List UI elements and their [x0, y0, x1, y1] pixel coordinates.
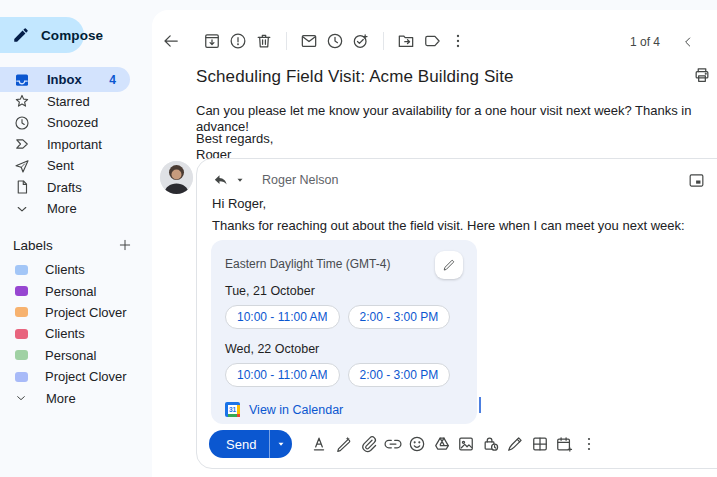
sidebar: Compose Inbox 4 Starred Snoozed — [0, 0, 152, 477]
message-pane: 1 of 4 Scheduling Field Visit: Acme Buil… — [152, 10, 717, 477]
reply-header-tools — [686, 170, 717, 190]
sidebar-item-sent[interactable]: Sent — [0, 155, 152, 177]
time-slot-chip[interactable]: 2:00 - 3:00 PM — [348, 305, 451, 329]
label-name: Project Clover — [45, 305, 127, 320]
insert-drive-file-icon[interactable] — [432, 434, 452, 454]
move-to-icon[interactable] — [396, 31, 416, 51]
send-plane-icon — [13, 157, 31, 175]
label-tag-icon — [15, 350, 28, 360]
label-tag-icon — [15, 329, 28, 339]
clock-icon — [13, 114, 31, 132]
reply-type-caret-icon[interactable] — [235, 175, 245, 185]
open-in-new-window-icon[interactable] — [686, 170, 706, 190]
labels-more-label: More — [46, 391, 76, 406]
print-icon[interactable] — [692, 65, 712, 85]
reply-intro[interactable]: Thanks for reaching out about the field … — [212, 218, 685, 233]
email-subject: Scheduling Field Visit: Acme Building Si… — [196, 67, 514, 87]
edit-schedule-button[interactable] — [435, 251, 463, 279]
sidebar-item-important[interactable]: Important — [0, 134, 152, 156]
label-item-project-clover[interactable]: Project Clover — [0, 302, 152, 323]
email-body: Can you please let me know your availabi… — [196, 103, 717, 135]
insert-signature-icon[interactable] — [505, 434, 525, 454]
message-toolbar — [161, 30, 471, 52]
back-icon[interactable] — [161, 31, 181, 51]
layouts-icon[interactable] — [530, 434, 550, 454]
sidebar-item-starred[interactable]: Starred — [0, 91, 152, 113]
insert-emoji-icon[interactable] — [407, 434, 427, 454]
inbox-unread-count: 4 — [109, 73, 130, 87]
text-cursor — [479, 397, 481, 413]
pagination-text: 1 of 4 — [630, 35, 660, 49]
delete-icon[interactable] — [254, 31, 274, 51]
archive-icon[interactable] — [202, 31, 222, 51]
mark-unread-icon[interactable] — [299, 31, 319, 51]
timezone-label: Eastern Daylight Time (GMT-4) — [225, 251, 390, 271]
view-in-calendar-link[interactable]: 31 View in Calendar — [225, 402, 463, 417]
sidebar-item-inbox[interactable]: Inbox 4 — [0, 67, 130, 92]
insert-photo-icon[interactable] — [456, 434, 476, 454]
sidebar-item-label: Starred — [47, 94, 90, 109]
inbox-icon — [13, 71, 31, 89]
formatting-options-icon[interactable] — [309, 434, 329, 454]
label-item-personal-2[interactable]: Personal — [0, 345, 152, 366]
sidebar-item-label: Important — [47, 137, 102, 152]
svg-text:31: 31 — [229, 406, 237, 413]
label-item-personal[interactable]: Personal — [0, 280, 152, 301]
report-spam-icon[interactable] — [228, 31, 248, 51]
more-options-icon[interactable] — [448, 31, 468, 51]
schedule-widget: Eastern Daylight Time (GMT-4) Tue, 21 Oc… — [211, 240, 477, 424]
newer-conversation-icon[interactable] — [680, 34, 696, 50]
time-slot-chip[interactable]: 2:00 - 3:00 PM — [348, 363, 451, 387]
confidential-mode-icon[interactable] — [481, 434, 501, 454]
labels-more[interactable]: More — [0, 387, 152, 408]
label-tag-icon — [15, 286, 28, 296]
reply-recipient: Roger Nelson — [262, 173, 338, 187]
send-button[interactable]: Send — [209, 437, 269, 452]
label-item-clients-2[interactable]: Clients — [0, 323, 152, 344]
sidebar-item-snoozed[interactable]: Snoozed — [0, 112, 152, 134]
draft-file-icon — [13, 178, 31, 196]
schedule-day-1-slots: 10:00 - 11:00 AM 2:00 - 3:00 PM — [225, 305, 463, 329]
snooze-icon[interactable] — [325, 31, 345, 51]
sidebar-item-label: More — [47, 201, 77, 216]
insert-link-icon[interactable] — [383, 434, 403, 454]
create-label-button[interactable] — [117, 237, 133, 253]
sidebar-item-more[interactable]: More — [0, 198, 152, 220]
sender-avatar[interactable] — [160, 161, 193, 194]
label-item-project-clover-2[interactable]: Project Clover — [0, 366, 152, 387]
label-tag-icon — [15, 265, 28, 275]
schedule-day-1: Tue, 21 October — [225, 284, 463, 298]
propose-meeting-icon[interactable] — [554, 434, 574, 454]
label-name: Clients — [45, 326, 85, 341]
sidebar-nav: Inbox 4 Starred Snoozed Important — [0, 69, 152, 220]
labels-icon[interactable] — [422, 31, 442, 51]
sidebar-item-label: Inbox — [47, 72, 82, 87]
more-send-options-icon[interactable] — [579, 434, 599, 454]
pagination: 1 of 4 — [630, 34, 696, 50]
label-item-clients[interactable]: Clients — [0, 259, 152, 280]
reply-greeting[interactable]: Hi Roger, — [212, 196, 266, 211]
sidebar-item-drafts[interactable]: Drafts — [0, 177, 152, 199]
sidebar-item-label: Sent — [47, 158, 74, 173]
timezone-row: Eastern Daylight Time (GMT-4) — [225, 251, 463, 279]
label-name: Personal — [45, 284, 96, 299]
help-me-write-icon[interactable] — [334, 434, 354, 454]
sidebar-item-label: Snoozed — [47, 115, 98, 130]
time-slot-chip[interactable]: 10:00 - 11:00 AM — [225, 363, 340, 387]
reply-compose-card: Roger Nelson Hi Roger, Thanks for reachi… — [196, 158, 717, 469]
schedule-day-2: Wed, 22 October — [225, 342, 463, 356]
labels-header: Labels — [13, 237, 133, 253]
gmail-window: Compose Inbox 4 Starred Snoozed — [0, 0, 717, 477]
add-to-tasks-icon[interactable] — [351, 31, 371, 51]
time-slot-chip[interactable]: 10:00 - 11:00 AM — [225, 305, 340, 329]
send-options-caret[interactable] — [270, 430, 292, 458]
send-split-button: Send — [209, 430, 292, 458]
label-name: Clients — [45, 262, 85, 277]
closing-line: Best regards, — [196, 131, 273, 147]
compose-toolbar: Send — [209, 430, 599, 458]
reply-arrow-icon[interactable] — [212, 171, 230, 189]
labels-header-text: Labels — [13, 238, 53, 253]
attach-file-icon[interactable] — [358, 434, 378, 454]
compose-button[interactable]: Compose — [0, 17, 84, 53]
star-icon — [13, 92, 31, 110]
